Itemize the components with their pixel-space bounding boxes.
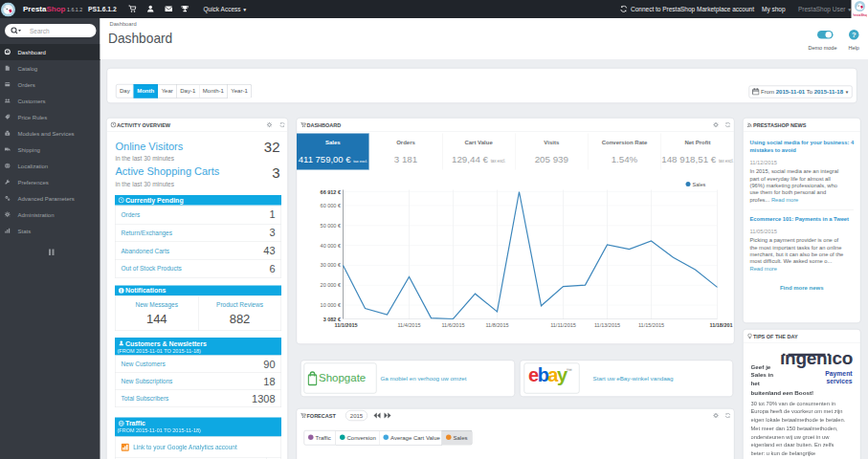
svg-text:11/11/2015: 11/11/2015 <box>550 322 576 328</box>
svg-text:PrestaShop: PrestaShop <box>853 13 867 17</box>
svg-text:60 000 €: 60 000 € <box>321 203 341 208</box>
svg-text:11/8/2015: 11/8/2015 <box>485 322 508 328</box>
svg-text:Sales: Sales <box>693 182 706 187</box>
svg-text:30 000 €: 30 000 € <box>321 262 341 268</box>
svg-text:66 912 €: 66 912 € <box>321 189 341 195</box>
svg-text:3 082 €: 3 082 € <box>323 317 341 322</box>
svg-text:11/15/2015: 11/15/2015 <box>638 322 664 328</box>
svg-text:11/4/2015: 11/4/2015 <box>397 322 420 328</box>
svg-text:11/1/2015: 11/1/2015 <box>334 322 357 328</box>
svg-text:40 000 €: 40 000 € <box>321 243 341 249</box>
svg-text:20 000 €: 20 000 € <box>321 282 341 288</box>
svg-text:11/18/201: 11/18/201 <box>709 322 732 328</box>
svg-text:11/13/2015: 11/13/2015 <box>594 322 620 328</box>
svg-text:11/6/2015: 11/6/2015 <box>441 322 464 328</box>
svg-text:50 000 €: 50 000 € <box>321 223 341 229</box>
svg-text:10 000 €: 10 000 € <box>321 302 341 308</box>
